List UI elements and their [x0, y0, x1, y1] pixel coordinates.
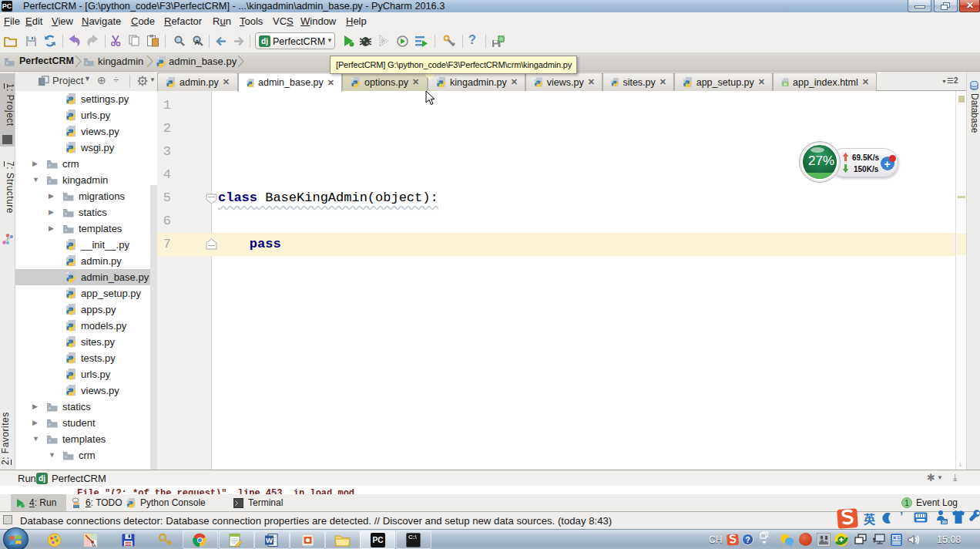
- svg-text:30: 30: [941, 520, 947, 524]
- svg-text:W: W: [266, 536, 273, 544]
